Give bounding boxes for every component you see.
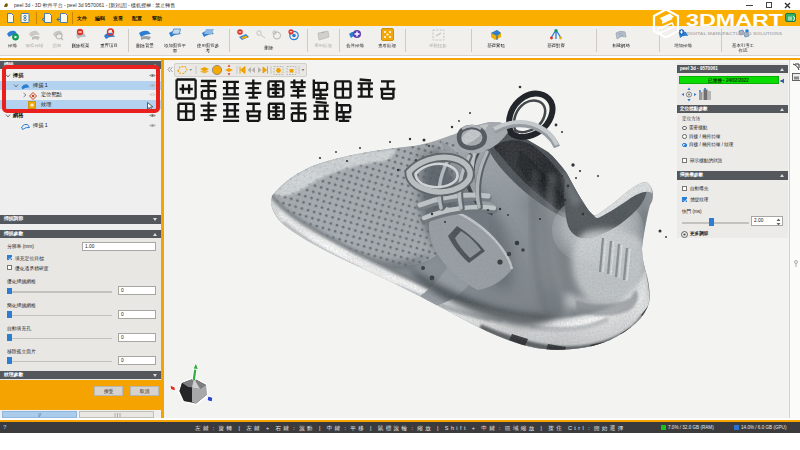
svg-text:DIGITAL MANUFACTURING SOLUTION: DIGITAL MANUFACTURING SOLUTIONS [687,31,782,36]
svg-text:3DMART: 3DMART [686,11,783,29]
